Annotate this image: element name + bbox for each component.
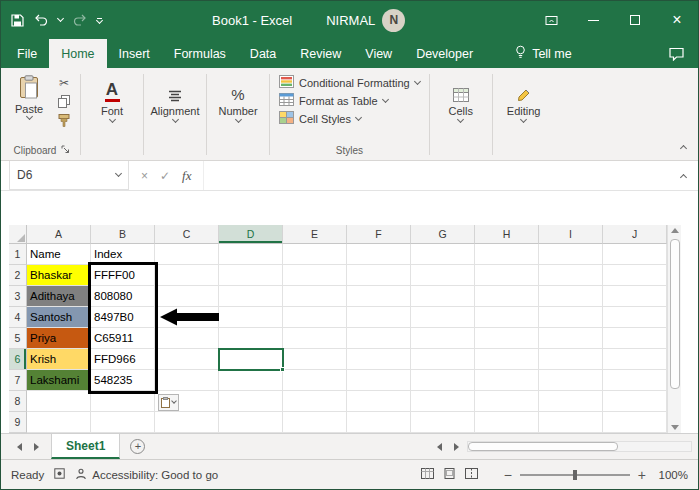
undo-button[interactable] xyxy=(34,14,48,26)
row-header-2[interactable]: 2 xyxy=(9,265,27,286)
cell-b2[interactable]: FFFF00 xyxy=(91,265,155,286)
new-sheet-button[interactable]: + xyxy=(130,434,145,459)
cell[interactable] xyxy=(155,265,219,286)
cell-b5[interactable]: C65911 xyxy=(91,328,155,349)
cell-b7[interactable]: 548235 xyxy=(91,370,155,391)
cell[interactable] xyxy=(283,286,347,307)
row-header-5[interactable]: 5 xyxy=(9,328,27,349)
macro-record-icon[interactable] xyxy=(54,468,65,481)
cell[interactable] xyxy=(475,286,539,307)
cell-b3[interactable]: 808080 xyxy=(91,286,155,307)
cell[interactable] xyxy=(283,370,347,391)
save-icon[interactable] xyxy=(11,14,24,27)
formula-bar-collapse-icon[interactable] xyxy=(680,173,687,180)
page-break-view-button[interactable] xyxy=(465,468,478,481)
cell[interactable] xyxy=(603,349,667,370)
cell[interactable] xyxy=(539,370,603,391)
cell[interactable] xyxy=(539,286,603,307)
font-group-button[interactable]: A Font xyxy=(84,71,140,160)
row-header-6[interactable]: 6 xyxy=(9,349,27,370)
cell[interactable] xyxy=(219,391,283,412)
cell[interactable] xyxy=(91,391,155,412)
cell-b1[interactable]: Index xyxy=(91,244,155,265)
cell[interactable] xyxy=(603,391,667,412)
column-header-d[interactable]: D xyxy=(219,225,283,244)
column-header-f[interactable]: F xyxy=(347,225,411,244)
tab-developer[interactable]: Developer xyxy=(404,39,485,68)
format-painter-button[interactable] xyxy=(58,114,70,127)
tab-data[interactable]: Data xyxy=(238,39,288,68)
cell-b6[interactable]: FFD966 xyxy=(91,349,155,370)
cell[interactable] xyxy=(411,391,475,412)
close-button[interactable]: × xyxy=(656,1,698,39)
formula-input[interactable] xyxy=(204,161,669,190)
column-header-i[interactable]: I xyxy=(539,225,603,244)
cell-b4[interactable]: 8497B0 xyxy=(91,307,155,328)
tab-file[interactable]: File xyxy=(5,39,49,68)
cell[interactable] xyxy=(155,328,219,349)
cell[interactable] xyxy=(27,412,91,433)
cells-group-button[interactable]: Cells xyxy=(433,71,489,160)
page-layout-view-button[interactable] xyxy=(443,468,456,481)
cell[interactable] xyxy=(603,244,667,265)
column-header-h[interactable]: H xyxy=(475,225,539,244)
tab-review[interactable]: Review xyxy=(288,39,353,68)
zoom-slider-thumb[interactable] xyxy=(573,470,577,480)
cell[interactable] xyxy=(603,286,667,307)
maximize-button[interactable] xyxy=(614,1,656,39)
row-header-9[interactable]: 9 xyxy=(9,412,27,433)
cell-a5[interactable]: Priya xyxy=(27,328,91,349)
customize-quick-access-toolbar-icon[interactable] xyxy=(97,18,102,23)
cell[interactable] xyxy=(603,307,667,328)
cell[interactable] xyxy=(347,412,411,433)
column-header-c[interactable]: C xyxy=(155,225,219,244)
column-header-a[interactable]: A xyxy=(27,225,91,244)
cell[interactable] xyxy=(539,349,603,370)
sheet-nav-right-icon[interactable] xyxy=(28,434,45,459)
fill-handle[interactable] xyxy=(280,367,285,372)
cell[interactable] xyxy=(539,265,603,286)
hscroll-left-icon[interactable] xyxy=(431,434,448,459)
cell[interactable] xyxy=(539,328,603,349)
cell[interactable] xyxy=(539,412,603,433)
format-as-table-button[interactable]: Format as Table xyxy=(279,93,420,108)
redo-button[interactable] xyxy=(73,14,87,26)
cell[interactable] xyxy=(219,244,283,265)
cell[interactable] xyxy=(475,349,539,370)
accessibility-status[interactable]: Accessibility: Good to go xyxy=(75,468,218,482)
cell[interactable] xyxy=(411,244,475,265)
selected-cell-d6[interactable] xyxy=(218,348,284,371)
cell[interactable] xyxy=(283,307,347,328)
vertical-scrollbar-thumb[interactable] xyxy=(670,239,680,389)
cell[interactable] xyxy=(475,307,539,328)
cell[interactable] xyxy=(91,412,155,433)
cell[interactable] xyxy=(155,349,219,370)
sheet-nav-left-icon[interactable] xyxy=(11,434,28,459)
column-header-g[interactable]: G xyxy=(411,225,475,244)
tab-formulas[interactable]: Formulas xyxy=(162,39,238,68)
cell[interactable] xyxy=(155,286,219,307)
sheet-tab-sheet1[interactable]: Sheet1 xyxy=(51,434,120,459)
clipboard-dialog-launcher-icon[interactable] xyxy=(61,145,70,156)
cell-styles-button[interactable]: Cell Styles xyxy=(279,111,420,126)
cell[interactable] xyxy=(539,307,603,328)
cell[interactable] xyxy=(347,349,411,370)
cell[interactable] xyxy=(603,370,667,391)
cell[interactable] xyxy=(219,370,283,391)
cell[interactable] xyxy=(347,328,411,349)
zoom-in-button[interactable]: + xyxy=(638,468,646,482)
cell[interactable] xyxy=(283,328,347,349)
comment-icon[interactable] xyxy=(655,39,698,68)
cell[interactable] xyxy=(283,412,347,433)
paste-options-button[interactable] xyxy=(158,394,179,411)
cell[interactable] xyxy=(475,265,539,286)
name-box[interactable]: D6 xyxy=(9,161,129,190)
cell[interactable] xyxy=(603,412,667,433)
insert-function-icon[interactable]: fx xyxy=(182,168,191,184)
ribbon-display-options-icon[interactable] xyxy=(545,14,558,27)
row-header-1[interactable]: 1 xyxy=(9,244,27,265)
hscroll-right-icon[interactable] xyxy=(448,434,465,459)
cell[interactable] xyxy=(475,244,539,265)
alignment-group-button[interactable]: Alignment xyxy=(147,71,203,160)
cell[interactable] xyxy=(475,391,539,412)
